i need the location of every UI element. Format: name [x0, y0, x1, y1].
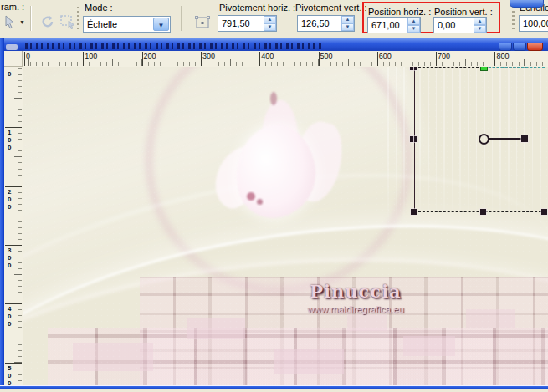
- pivot-v-value[interactable]: 126,50: [298, 16, 341, 31]
- ruler-major-tick: [5, 245, 22, 246]
- pivot-v-field[interactable]: 126,50 ▲▼: [297, 15, 355, 32]
- watermark-site: www.maidiregrafica.eu: [259, 304, 452, 314]
- spin-down-icon[interactable]: ▼: [474, 25, 486, 33]
- window-border-bottom: [0, 385, 548, 389]
- position-v-field[interactable]: 0,00 ▲▼: [433, 17, 487, 33]
- deselect-icon: [59, 14, 76, 29]
- ruler-major-tick: [494, 52, 495, 66]
- ruler-label: 300: [202, 52, 215, 60]
- pivot-v-label: Pivotement vert. :: [295, 3, 367, 13]
- ruler-major-tick: [201, 52, 202, 66]
- position-v-stepper: ▲▼: [474, 18, 486, 33]
- position-v-label: Position vert. :: [434, 7, 493, 17]
- mode-select[interactable]: Échelle ▼: [83, 16, 171, 33]
- spin-up-icon[interactable]: ▲: [474, 18, 486, 25]
- pivot-h-field[interactable]: 791,50 ▲▼: [218, 15, 277, 32]
- selection-handle-top-left[interactable]: [410, 67, 417, 70]
- watermark-name: Pinuccia: [259, 281, 452, 302]
- spin-down-icon[interactable]: ▼: [341, 23, 354, 31]
- ruler-label: 2 0 0: [8, 188, 11, 211]
- restore-button[interactable]: [513, 43, 526, 51]
- ruler-label: 600: [379, 52, 392, 60]
- selection-handle-mid-left[interactable]: [410, 136, 417, 142]
- redo-circle-icon: [40, 14, 55, 29]
- ruler-major-tick: [5, 303, 22, 304]
- window-icon: [6, 44, 18, 50]
- ruler-label: 200: [144, 52, 156, 60]
- pivot-h-value[interactable]: 791,50: [218, 16, 264, 31]
- position-v-value[interactable]: 0,00: [434, 18, 474, 33]
- ruler-label: 3 0 0: [8, 247, 11, 269]
- image-canvas[interactable]: Pinuccia www.maidiregrafica.eu: [23, 67, 548, 385]
- selection-handle-bottom-right[interactable]: [541, 209, 547, 215]
- selection-edge-right[interactable]: [545, 67, 545, 212]
- ruler-label: 700: [438, 52, 450, 60]
- param-dropdown-arrow-icon[interactable]: ▼: [19, 19, 25, 25]
- ruler-label: 800: [496, 52, 509, 60]
- ruler-label: 5 0 0: [8, 364, 11, 386]
- deselect-button[interactable]: [59, 13, 77, 32]
- ruler-label: 1 0 0: [8, 129, 11, 151]
- toolbar-grip[interactable]: [512, 7, 515, 30]
- rotation-arm-handle[interactable]: [521, 135, 528, 142]
- pivot-center-button[interactable]: [193, 13, 212, 32]
- selection-handle-top-center[interactable]: [481, 67, 487, 70]
- ruler-major-tick: [377, 52, 378, 66]
- spin-up-icon[interactable]: ▲: [407, 18, 420, 25]
- pivot-h-stepper: ▲▼: [264, 16, 276, 31]
- toolbar-separator: [181, 6, 182, 31]
- ruler-major-tick: [5, 127, 22, 128]
- ruler-label: 0: [8, 70, 11, 78]
- position-h-stepper: ▲▼: [407, 18, 420, 33]
- selection-handle-bottom-center[interactable]: [480, 209, 486, 215]
- position-h-label: Position horiz. :: [368, 7, 431, 17]
- spin-down-icon[interactable]: ▼: [407, 25, 420, 33]
- ruler-label: 0: [26, 52, 30, 60]
- position-h-field[interactable]: 671,00 ▲▼: [367, 17, 421, 33]
- param-label: ram. :: [1, 2, 24, 12]
- redo-button[interactable]: [38, 13, 57, 32]
- art-dot-texture: [23, 67, 548, 385]
- ruler-major-tick: [24, 52, 25, 66]
- selection-edge-top-ants: [484, 67, 545, 68]
- toolbar-separator: [30, 6, 32, 31]
- cursor-icon: [3, 14, 18, 29]
- spin-up-icon[interactable]: ▲: [264, 16, 276, 23]
- pivot-v-stepper: ▲▼: [341, 16, 354, 31]
- scale-value[interactable]: 100,00: [520, 16, 548, 31]
- pivot-h-label: Pivotement horiz. :: [219, 3, 295, 13]
- ruler-major-tick: [259, 52, 260, 66]
- scale-field[interactable]: 100,00: [519, 15, 548, 32]
- ruler-major-tick: [319, 52, 320, 66]
- ruler-corner: [4, 51, 23, 67]
- pivot-point-handle[interactable]: [479, 134, 489, 145]
- mode-dropdown-arrow-icon[interactable]: ▼: [153, 18, 169, 31]
- ruler-label: 100: [85, 52, 97, 60]
- ruler-label: 400: [261, 52, 274, 60]
- vertical-ruler[interactable]: 01 0 02 0 03 0 04 0 05 0 0: [4, 67, 23, 385]
- ruler-major-tick: [5, 363, 22, 364]
- minimize-button[interactable]: [499, 43, 512, 51]
- selection-handle-bottom-left[interactable]: [411, 209, 417, 215]
- ruler-major-tick: [5, 69, 22, 69]
- toolbar-grip[interactable]: [77, 7, 79, 30]
- ruler-major-tick: [436, 52, 437, 66]
- window-title-clipped-text: [25, 43, 322, 49]
- spin-up-icon[interactable]: ▲: [341, 16, 354, 23]
- horizontal-ruler[interactable]: 0100200300400500600700800: [23, 51, 548, 67]
- ruler-major-tick: [142, 52, 143, 66]
- application-window: ram. : ▼ Mode : Échelle ▼: [0, 0, 548, 392]
- transform-toolbar: ram. : ▼ Mode : Échelle ▼: [0, 0, 548, 38]
- pivot-bounds-icon: [194, 14, 211, 31]
- rotation-arm-line: [489, 138, 523, 140]
- param-preset-button[interactable]: [1, 13, 19, 32]
- ruler-major-tick: [83, 52, 84, 66]
- close-button[interactable]: [527, 43, 543, 51]
- ruler-major-tick: [5, 186, 22, 187]
- position-h-value[interactable]: 671,00: [368, 18, 407, 33]
- image-window-titlebar[interactable]: [0, 38, 548, 51]
- mode-selected-value: Échelle: [84, 17, 152, 32]
- toolbar-tab-remnant: [510, 0, 544, 8]
- spin-down-icon[interactable]: ▼: [264, 23, 276, 31]
- ruler-label: 500: [320, 52, 333, 60]
